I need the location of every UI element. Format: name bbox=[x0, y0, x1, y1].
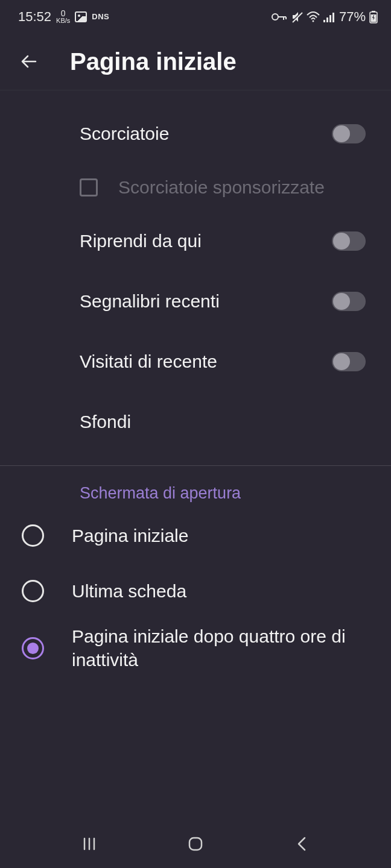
back-button[interactable] bbox=[17, 49, 41, 74]
radio-homepage-4h[interactable] bbox=[22, 637, 44, 659]
svg-rect-12 bbox=[372, 11, 375, 12]
svg-rect-7 bbox=[323, 20, 325, 22]
recents-icon bbox=[81, 836, 97, 852]
radio-homepage[interactable] bbox=[22, 524, 44, 547]
radio-label: Ultima scheda bbox=[72, 579, 186, 603]
setting-recent-bookmarks[interactable]: Segnalibri recenti bbox=[0, 271, 391, 332]
svg-rect-9 bbox=[329, 15, 331, 22]
vpn-key-icon bbox=[272, 12, 287, 22]
checkbox-sponsored bbox=[80, 178, 98, 197]
svg-rect-10 bbox=[332, 13, 334, 22]
setting-sponsored-shortcuts: Scorciatoie sponsorizzate bbox=[0, 164, 391, 211]
settings-list: Scorciatoie Scorciatoie sponsorizzate Ri… bbox=[0, 90, 391, 678]
switch-resume[interactable] bbox=[332, 231, 366, 251]
radio-label: Pagina iniziale bbox=[72, 524, 188, 547]
status-right: 77% bbox=[272, 9, 378, 25]
setting-resume[interactable]: Riprendi da qui bbox=[0, 211, 391, 271]
nav-back-button[interactable] bbox=[290, 832, 314, 856]
android-nav-bar bbox=[0, 820, 391, 868]
setting-recently-visited[interactable]: Visitati di recente bbox=[0, 332, 391, 392]
opening-option-homepage-after-4h[interactable]: Pagina iniziale dopo quattro ore di inat… bbox=[0, 618, 391, 678]
chevron-left-icon bbox=[296, 835, 308, 852]
section-opening-screen: Schermata di apertura bbox=[0, 466, 391, 508]
svg-point-0 bbox=[272, 14, 278, 20]
opening-option-last-tab[interactable]: Ultima scheda bbox=[0, 563, 391, 618]
battery-icon bbox=[369, 10, 378, 24]
radio-label: Pagina iniziale dopo quattro ore di inat… bbox=[72, 624, 367, 671]
svg-rect-8 bbox=[326, 17, 328, 22]
switch-bookmarks[interactable] bbox=[332, 292, 366, 311]
status-bar: 15:52 0 KB/s DNS bbox=[0, 0, 391, 33]
signal-icon bbox=[323, 11, 335, 22]
battery-percent: 77% bbox=[339, 9, 366, 25]
header: Pagina iniziale bbox=[0, 33, 391, 90]
svg-point-6 bbox=[312, 20, 314, 22]
radio-last-tab[interactable] bbox=[22, 580, 44, 602]
status-time: 15:52 bbox=[18, 9, 51, 25]
setting-label: Sfondi bbox=[80, 412, 366, 432]
switch-shortcuts[interactable] bbox=[332, 124, 366, 143]
page-title: Pagina iniziale bbox=[70, 48, 237, 75]
setting-label: Scorciatoie bbox=[80, 124, 332, 144]
nav-recents-button[interactable] bbox=[77, 832, 101, 856]
setting-label: Visitati di recente bbox=[80, 351, 332, 372]
network-speed: 0 KB/s bbox=[56, 9, 70, 24]
opening-option-homepage[interactable]: Pagina iniziale bbox=[0, 508, 391, 563]
home-icon bbox=[187, 835, 204, 852]
mute-icon bbox=[291, 11, 303, 23]
setting-label: Scorciatoie sponsorizzate bbox=[118, 177, 366, 198]
nav-home-button[interactable] bbox=[183, 832, 208, 856]
setting-label: Segnalibri recenti bbox=[80, 291, 332, 312]
wifi-icon bbox=[307, 11, 320, 22]
setting-label: Riprendi da qui bbox=[80, 231, 332, 251]
setting-wallpapers[interactable]: Sfondi bbox=[0, 392, 391, 452]
dns-indicator: DNS bbox=[92, 12, 109, 21]
arrow-left-icon bbox=[19, 51, 39, 72]
status-left: 15:52 0 KB/s DNS bbox=[18, 9, 109, 25]
switch-recent[interactable] bbox=[332, 352, 366, 371]
setting-shortcuts[interactable]: Scorciatoie bbox=[0, 104, 391, 164]
svg-rect-17 bbox=[189, 838, 202, 850]
image-notification-icon bbox=[75, 11, 87, 22]
